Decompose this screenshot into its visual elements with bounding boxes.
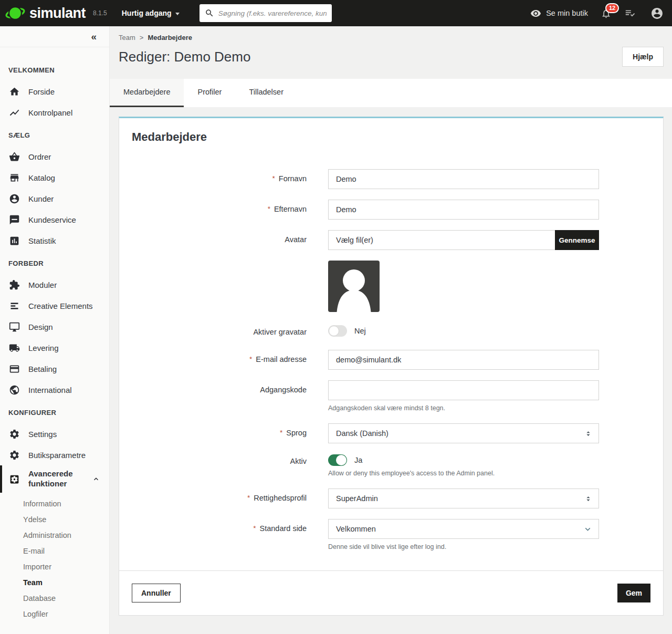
planet-logo-icon xyxy=(5,4,25,22)
sprog-select[interactable]: Dansk (Danish) xyxy=(328,423,599,443)
gear-icon xyxy=(8,449,20,461)
tab-medarbejdere[interactable]: Medarbejdere xyxy=(110,79,184,107)
rettighedsprofil-select[interactable]: SuperAdmin xyxy=(328,489,599,508)
unfold-arrows-icon xyxy=(584,430,592,438)
adgangskode-input[interactable] xyxy=(328,380,599,400)
submenu-item-ydelse[interactable]: Ydelse xyxy=(0,512,109,527)
sidebar-item-ordrer[interactable]: Ordrer xyxy=(0,146,109,167)
search-input[interactable] xyxy=(218,9,327,17)
credit-card-icon xyxy=(8,363,20,375)
globe-icon xyxy=(8,384,20,396)
sidebar-item-statistik[interactable]: Statistik xyxy=(0,230,109,251)
quick-access-dropdown[interactable]: Hurtig adgang xyxy=(122,9,180,17)
view-shop-label: Se min butik xyxy=(546,9,588,17)
tab-profiler[interactable]: Profiler xyxy=(184,79,235,107)
sidebar-item-katalog[interactable]: Katalog xyxy=(0,167,109,188)
sidebar-item-butiksparametre[interactable]: Butiksparametre xyxy=(0,444,109,465)
email-input[interactable] xyxy=(328,350,599,370)
tab-tilladelser[interactable]: Tilladelser xyxy=(235,79,297,107)
employee-card: Medarbejdere *Fornavn *Efternavn xyxy=(119,117,664,616)
submenu-item-information[interactable]: Information xyxy=(0,496,109,512)
version-label: 8.1.5 xyxy=(93,9,107,17)
breadcrumb-separator: > xyxy=(140,34,144,41)
main-content: Team > Medarbejdere Rediger: Demo Demo H… xyxy=(110,26,672,634)
required-marker: * xyxy=(272,174,275,182)
sidebar-item-forside[interactable]: Forside xyxy=(0,81,109,102)
notifications-button[interactable]: 12 xyxy=(601,8,612,19)
sidebar-item-kunder[interactable]: Kunder xyxy=(0,188,109,209)
chevron-up-icon xyxy=(92,475,100,483)
tasks-button[interactable] xyxy=(624,7,636,19)
notification-badge: 12 xyxy=(605,3,619,13)
section-title: KONFIGURER xyxy=(0,400,109,423)
form-row-rettighedsprofil: *Rettighedsprofil SuperAdmin xyxy=(132,489,650,508)
submenu-item-database[interactable]: Database xyxy=(0,590,109,606)
form-row-standard-side: *Standard side Velkommen Denne side vil … xyxy=(132,519,650,550)
required-marker: * xyxy=(268,205,270,213)
efternavn-input[interactable] xyxy=(328,200,599,220)
view-shop-link[interactable]: Se min butik xyxy=(530,8,588,19)
store-icon xyxy=(8,172,20,183)
section-title: FORBEDR xyxy=(0,251,109,274)
help-button[interactable]: Hjælp xyxy=(622,47,664,67)
avatar-file-input[interactable]: Vælg fil(er) xyxy=(328,230,555,250)
submenu-item-email[interactable]: E-mail xyxy=(0,543,109,559)
playlist-check-icon xyxy=(624,7,636,19)
topbar: simulant 8.1.5 Hurtig adgang Se min buti… xyxy=(0,0,672,26)
form-row-email: *E-mail adresse xyxy=(132,350,650,370)
aktiv-help-row: Allow or deny this employee's access to … xyxy=(132,470,650,477)
browse-button[interactable]: Gennemse xyxy=(555,230,599,250)
sidebar-item-avancerede-funktioner[interactable]: Avancerede funktioner xyxy=(0,465,109,493)
sidebar-item-kontrolpanel[interactable]: Kontrolpanel xyxy=(0,102,109,123)
lines-icon xyxy=(8,300,20,311)
global-search[interactable] xyxy=(200,4,332,22)
card-heading: Medarbejdere xyxy=(132,130,650,144)
brand-logo[interactable]: simulant xyxy=(5,4,86,22)
person-silhouette-icon xyxy=(328,261,380,312)
email-label: E-mail adresse xyxy=(256,355,307,363)
submenu-item-team[interactable]: Team xyxy=(0,575,109,590)
sidebar-collapse-button[interactable]: « xyxy=(91,32,97,41)
nav-section-velkommen: VELKOMMEN Forside Kontrolpanel xyxy=(0,58,109,123)
card-footer: Annuller Gem xyxy=(119,570,663,615)
quick-access-label: Hurtig adgang xyxy=(122,9,172,17)
employee-form: *Fornavn *Efternavn xyxy=(132,169,650,550)
gravatar-label: Aktiver gravatar xyxy=(253,328,307,336)
chat-bubble-icon xyxy=(8,214,20,225)
tab-bar: Medarbejdere Profiler Tilladelser xyxy=(110,79,672,107)
home-icon xyxy=(8,86,20,97)
chevron-down-icon xyxy=(583,525,592,534)
sidebar-item-levering[interactable]: Levering xyxy=(0,337,109,358)
save-button[interactable]: Gem xyxy=(617,584,650,602)
section-title: VELKOMMEN xyxy=(0,58,109,81)
nav-section-forbedr: FORBEDR Moduler Creative Elements xyxy=(0,251,109,400)
submenu-item-importer[interactable]: Importer xyxy=(0,559,109,575)
sidebar-item-kundeservice[interactable]: Kundeservice xyxy=(0,209,109,230)
sidebar-item-moduler[interactable]: Moduler xyxy=(0,274,109,295)
gravatar-toggle[interactable] xyxy=(328,325,347,337)
account-button[interactable] xyxy=(650,7,664,20)
sidebar-item-design[interactable]: Design xyxy=(0,316,109,337)
submenu-item-administration[interactable]: Administration xyxy=(0,527,109,543)
form-row-fornavn: *Fornavn xyxy=(132,169,650,189)
breadcrumb-current: Medarbejdere xyxy=(148,34,192,41)
standard-side-select[interactable]: Velkommen xyxy=(328,519,599,539)
standard-side-value: Velkommen xyxy=(336,525,376,533)
breadcrumb-parent[interactable]: Team xyxy=(119,34,135,41)
avatar-label: Avatar xyxy=(285,235,307,244)
page-title: Rediger: Demo Demo xyxy=(119,49,250,65)
sidebar-item-creative-elements[interactable]: Creative Elements xyxy=(0,295,109,316)
cancel-button[interactable]: Annuller xyxy=(132,584,181,602)
rettighedsprofil-label: Rettighedsprofil xyxy=(254,494,307,502)
sidebar-item-betaling[interactable]: Betaling xyxy=(0,358,109,379)
puzzle-icon xyxy=(8,279,20,290)
title-row: Rediger: Demo Demo Hjælp xyxy=(110,41,672,67)
fornavn-input[interactable] xyxy=(328,169,599,189)
nav-section-saelg: SÆLG Ordrer Katalog xyxy=(0,123,109,251)
sidebar-item-international[interactable]: International xyxy=(0,379,109,400)
aktiv-toggle[interactable] xyxy=(328,454,347,466)
form-row-avatar: Avatar Vælg fil(er) Gennemse xyxy=(132,230,650,250)
sidebar-header: « xyxy=(0,26,109,47)
sidebar-item-settings[interactable]: Settings xyxy=(0,423,109,444)
submenu-item-logfiler[interactable]: Logfiler xyxy=(0,606,109,622)
